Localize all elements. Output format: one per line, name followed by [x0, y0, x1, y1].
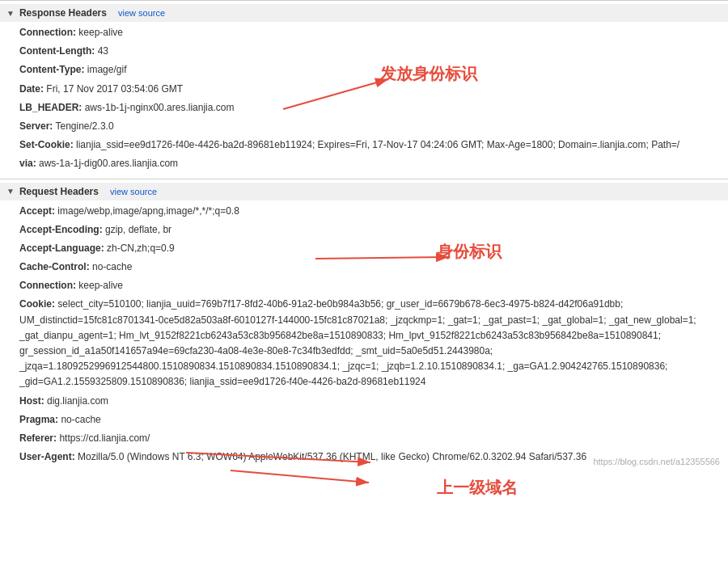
header-name-cell: Accept-Language: — [19, 242, 104, 254]
header-name-cell: Connection: — [19, 280, 76, 291]
response-headers-header[interactable]: ▼ Response Headers view source — [0, 4, 728, 22]
header-value-cell: https://cd.lianjia.com/ — [59, 432, 150, 444]
header-name-cell: Set-Cookie: — [19, 139, 74, 150]
header-name-cell: via: — [19, 158, 36, 169]
header-name-cell: Accept: — [19, 205, 55, 217]
header-name-cell: User-Agent: — [19, 451, 75, 462]
header-value-cell: Fri, 17 Nov 2017 03:54:06 GMT — [46, 83, 183, 95]
table-row: Pragma: no-cache — [13, 411, 728, 429]
header-value-cell: 43 — [98, 45, 108, 57]
table-row: Accept-Language: zh-CN,zh;q=0.9 — [13, 239, 728, 258]
header-name-cell: LB_HEADER: — [19, 102, 82, 113]
table-row: Accept-Encoding: gzip, deflate, br — [13, 221, 728, 239]
table-row: Set-Cookie: lianjia_ssid=ee9d1726-f40e-4… — [13, 136, 728, 154]
table-row: Date: Fri, 17 Nov 2017 03:54:06 GMT — [13, 80, 728, 99]
table-row: Content-Type: image/gif — [13, 61, 728, 79]
table-row: Host: dig.lianjia.com — [13, 392, 728, 411]
header-name-cell: Date: — [19, 83, 44, 95]
header-value-cell: aws-1b-1j-nginx00.ares.lianjia.com — [85, 102, 235, 113]
arrow-referer — [231, 470, 369, 483]
request-headers-section: ▼ Request Headers view source Accept: im… — [0, 179, 728, 472]
header-name-cell: Referer: — [19, 432, 57, 444]
header-name-cell: Content-Length: — [19, 45, 95, 57]
header-value-cell: image/webp,image/apng,image/*,*/*;q=0.8 — [57, 205, 239, 217]
watermark: https://blog.csdn.net/a12355566 — [593, 457, 720, 466]
table-row: Server: Tengine/2.3.0 — [13, 117, 728, 136]
request-headers-body: Accept: image/webp,image/apng,image/*,*/… — [0, 200, 728, 469]
collapse-triangle-request: ▼ — [6, 187, 15, 196]
header-value-cell: keep-alive — [78, 27, 123, 38]
header-name-cell: Server: — [19, 120, 53, 132]
annotation-shangjiyuming: 上一级域名 — [437, 477, 518, 499]
header-value-cell: image/gif — [87, 64, 127, 75]
header-value-cell: keep-alive — [78, 280, 123, 291]
header-value-cell: Mozilla/5.0 (Windows NT 6.3; WOW64) Appl… — [78, 451, 586, 462]
header-value-cell: lianjia_ssid=ee9d1726-f40e-4426-ba2d-896… — [76, 139, 679, 150]
table-row: Accept: image/webp,image/apng,image/*,*/… — [13, 202, 728, 221]
header-value-cell: dig.lianjia.com — [47, 395, 108, 407]
header-name-cell: Connection: — [19, 27, 76, 38]
response-headers-body: Connection: keep-aliveContent-Length: 43… — [0, 22, 728, 175]
table-row: Referer: https://cd.lianjia.com/ — [13, 429, 728, 448]
header-value-cell: aws-1a-1j-dig00.ares.lianjia.com — [39, 158, 178, 169]
table-row: Connection: keep-alive — [13, 23, 728, 42]
table-row: via: aws-1a-1j-dig00.ares.lianjia.com — [13, 154, 728, 173]
header-name-cell: Cache-Control: — [19, 261, 90, 272]
table-row: LB_HEADER: aws-1b-1j-nginx00.ares.lianji… — [13, 99, 728, 117]
page-container: ▼ Response Headers view source Connectio… — [0, 0, 728, 471]
collapse-triangle-response: ▼ — [6, 9, 15, 18]
response-headers-section: ▼ Response Headers view source Connectio… — [0, 0, 728, 179]
header-name-cell: Content-Type: — [19, 64, 84, 75]
header-value-cell: zh-CN,zh;q=0.9 — [107, 242, 175, 254]
header-value-cell: no-cache — [92, 261, 132, 272]
table-row: Content-Length: 43 — [13, 42, 728, 61]
table-row: Cache-Control: no-cache — [13, 258, 728, 276]
request-view-source-link[interactable]: view source — [110, 187, 157, 196]
header-name-cell: Cookie: — [19, 298, 55, 310]
header-value-cell: gzip, deflate, br — [105, 224, 171, 235]
table-row: Cookie: select_city=510100; lianjia_uuid… — [13, 295, 728, 391]
header-name-cell: Accept-Encoding: — [19, 224, 103, 235]
header-name-cell: Host: — [19, 395, 44, 407]
header-value-cell: Tengine/2.3.0 — [56, 120, 114, 132]
response-headers-title: Response Headers — [19, 7, 107, 19]
request-headers-title: Request Headers — [19, 186, 99, 197]
header-value-cell: no-cache — [61, 414, 100, 425]
table-row: Connection: keep-alive — [13, 276, 728, 295]
response-view-source-link[interactable]: view source — [118, 8, 165, 18]
request-headers-header[interactable]: ▼ Request Headers view source — [0, 183, 728, 200]
header-name-cell: Pragma: — [19, 414, 58, 425]
header-value-cell: select_city=510100; lianjia_uuid=769b7f1… — [19, 298, 696, 387]
